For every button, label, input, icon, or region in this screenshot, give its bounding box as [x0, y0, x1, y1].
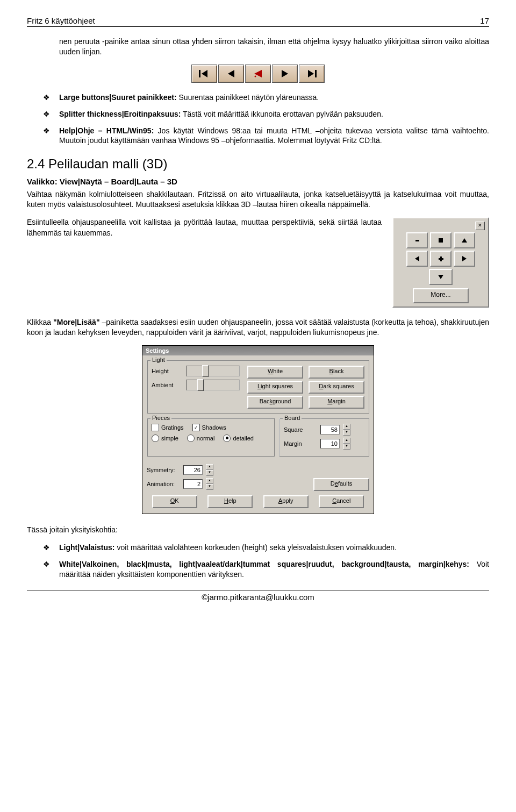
group-label: Pieces: [150, 415, 171, 421]
height-slider[interactable]: [186, 366, 240, 376]
animation-field[interactable]: 2: [183, 479, 203, 489]
animation-label: Animation:: [147, 481, 180, 487]
rotate-left-button[interactable]: [406, 251, 428, 267]
svg-rect-9: [439, 238, 443, 243]
menu-path: Valikko: View|Näytä – Board|Lauta – 3D: [27, 177, 489, 186]
cancel-button[interactable]: Cancel: [319, 495, 364, 508]
pieces-group: Pieces Gratings ✓Shadows simple normal d…: [147, 418, 275, 457]
board-group: Board Square 58 ▲▼ Margin 10 ▲▼: [279, 418, 369, 457]
normal-radio[interactable]: [187, 435, 195, 442]
dialog-titlebar: Settings: [142, 346, 374, 355]
prev-button[interactable]: [218, 65, 244, 83]
square-label: Square: [284, 426, 317, 433]
page-header: Fritz 6 käyttöohjeet 17: [27, 16, 489, 27]
svg-marker-11: [415, 256, 419, 261]
margin-field[interactable]: 10: [320, 439, 340, 448]
page-number: 17: [480, 16, 489, 25]
height-label: Height: [152, 368, 181, 374]
background-button[interactable]: Background: [247, 396, 303, 409]
gratings-checkbox[interactable]: [152, 424, 159, 431]
svg-marker-2: [228, 70, 234, 77]
stop-button[interactable]: [430, 232, 452, 248]
intro-paragraph: nen peruuta -painike antaa sinun ottaa y…: [59, 37, 489, 57]
svg-marker-14: [462, 256, 467, 261]
settings-dialog: Settings Light Height Ambient: [142, 345, 374, 514]
options-list-2: Light|Valaistus: voit määrittää valoläht…: [43, 543, 489, 580]
symmetry-spinner[interactable]: ▲▼: [206, 464, 213, 476]
options-list-1: Large buttons|Suuret painikkeet: Suurent…: [43, 92, 489, 146]
svg-rect-8: [415, 240, 419, 241]
svg-point-4: [255, 75, 256, 77]
tilt-up-button[interactable]: [454, 232, 475, 248]
svg-marker-6: [308, 70, 314, 77]
square-field[interactable]: 58: [320, 425, 340, 435]
help-button[interactable]: Help: [207, 495, 253, 508]
ok-button[interactable]: OK: [152, 495, 197, 508]
svg-marker-5: [282, 70, 288, 77]
next-button[interactable]: [272, 65, 298, 83]
details-intro: Tässä joitain yksityiskohtia:: [27, 525, 489, 535]
svg-rect-13: [439, 258, 443, 260]
playback-toolbar: [27, 65, 489, 83]
section-intro: Vaihtaa näkymän kolmiulotteiseen shakkil…: [27, 189, 489, 210]
light-group: Light Height Ambient: [147, 360, 369, 414]
animation-spinner[interactable]: ▲▼: [206, 478, 213, 490]
more-paragraph: Klikkaa "More|Lisää" –painiketta saadaks…: [27, 317, 489, 338]
first-button[interactable]: [191, 65, 217, 83]
square-spinner[interactable]: ▲▼: [343, 424, 350, 436]
control-panel-description: Esiintulleella ohjauspaneelilla voit kal…: [27, 217, 382, 238]
simple-radio[interactable]: [152, 435, 159, 442]
list-item: White|Valkoinen, black|musta, light|vaal…: [43, 559, 489, 580]
zoom-in-button[interactable]: [430, 251, 452, 267]
black-button[interactable]: Black: [309, 366, 364, 379]
dialog-title: Settings: [146, 347, 169, 354]
doc-title: Fritz 6 käyttöohjeet: [27, 16, 95, 25]
shadows-checkbox[interactable]: ✓: [192, 424, 200, 431]
ambient-label: Ambient: [152, 382, 181, 388]
white-button[interactable]: White: [247, 366, 303, 379]
svg-marker-15: [438, 275, 443, 279]
last-button[interactable]: [299, 65, 325, 83]
zoom-out-button[interactable]: [406, 232, 428, 248]
margin-label: Margin: [284, 440, 317, 447]
apply-button[interactable]: Apply: [263, 495, 309, 508]
undo-button[interactable]: [245, 65, 271, 83]
rotate-right-button[interactable]: [454, 251, 475, 267]
group-label: Light: [150, 357, 167, 363]
svg-marker-1: [202, 70, 207, 77]
list-item: Large buttons|Suuret painikkeet: Suurent…: [43, 92, 489, 103]
list-item: Help|Ohje – HTML/Win95: Jos käytät Windo…: [43, 126, 489, 146]
more-button[interactable]: More...: [413, 288, 469, 303]
margin-button[interactable]: Margin: [309, 396, 364, 409]
dark-squares-button[interactable]: Dark squares: [309, 381, 364, 394]
ambient-slider[interactable]: [186, 380, 240, 390]
svg-rect-0: [199, 70, 200, 77]
group-label: Board: [283, 415, 302, 421]
tilt-control-panel: ✕ More...: [392, 217, 489, 308]
page-footer: ©jarmo.pitkaranta@luukku.com: [27, 590, 489, 602]
defaults-button[interactable]: Defaults: [313, 478, 369, 491]
detailed-radio[interactable]: [223, 435, 231, 442]
list-item: Splitter thickness|Eroitinpaksuus: Tästä…: [43, 109, 489, 119]
light-squares-button[interactable]: Light squares: [247, 381, 303, 394]
margin-spinner[interactable]: ▲▼: [343, 438, 350, 450]
tilt-down-button[interactable]: [429, 269, 453, 285]
close-icon[interactable]: ✕: [475, 222, 485, 230]
svg-rect-7: [315, 70, 317, 77]
list-item: Light|Valaistus: voit määrittää valoläht…: [43, 543, 489, 553]
svg-marker-10: [462, 238, 467, 243]
symmetry-label: Symmetry:: [147, 467, 180, 473]
section-heading: 2.4 Pelilaudan malli (3D): [27, 156, 489, 172]
symmetry-field[interactable]: 26: [183, 465, 203, 475]
